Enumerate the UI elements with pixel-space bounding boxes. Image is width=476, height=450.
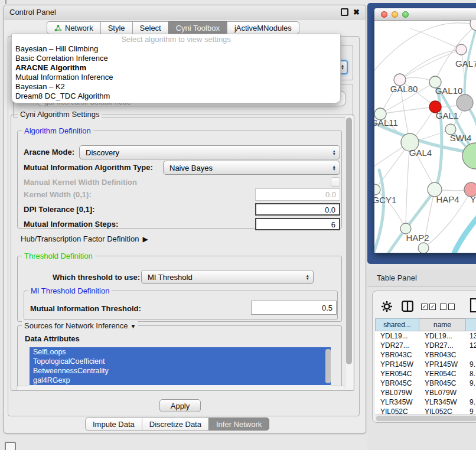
threshold-definition-group: Threshold Definition Which threshold to … [17,256,342,322]
aracne-mode-value: Discovery [86,148,119,157]
cell-name: YDL19... [419,331,467,341]
dropdown-item[interactable]: Bayesian – K2 [12,82,340,92]
control-panel-window: Control Panel Network Style Select Cyni … [4,5,366,433]
mac-close-icon[interactable] [381,11,387,18]
page-icon[interactable] [470,298,476,315]
checked-boxes-icon[interactable] [421,304,436,310]
node-label: HAP4 [436,194,459,204]
hub-factor-label: Hub/Transcription Factor Definition [21,234,139,243]
collapsed-panel-icon[interactable] [5,442,16,450]
dpi-tolerance-field[interactable]: 0.0 [255,203,340,216]
which-threshold-combo[interactable]: MI Threshold ▲▼ [141,270,314,284]
manual-kernel-checkbox[interactable] [331,177,340,187]
bottom-tab-item[interactable]: Infer Network [208,418,269,431]
network-window-titlebar [374,8,476,21]
bottom-tab-item[interactable]: Impute Data [85,418,142,431]
network-view-frame: GAL7 GAL80 GAL10 GAL1 GAL11 SWI4 GAL4 GC… [367,3,476,264]
table-column-header[interactable]: name [419,318,466,331]
list-scrollbar[interactable] [325,349,331,383]
mac-minimize-icon[interactable] [392,11,398,18]
table-row[interactable]: YPR145W YPR145W 9. [375,360,476,369]
algorithm-definition-legend: Algorithm Definition [22,126,93,135]
mi-type-label: Mutual Information Algorithm Type: [24,163,153,172]
scrollbar-thumb[interactable] [376,416,476,421]
node-gray[interactable] [457,94,473,111]
cell-value: 9 [467,407,476,414]
mac-zoom-icon[interactable] [402,11,409,18]
table-row[interactable]: YIL052C YIL052C 9 [375,407,476,414]
table-row[interactable]: YDR27... YDR27... 12 [375,341,476,350]
stepper-icon: ▲▼ [332,165,336,171]
attribute-list-item[interactable]: TopologicalCoefficient [30,357,331,366]
network-canvas[interactable]: GAL7 GAL80 GAL10 GAL1 GAL11 SWI4 GAL4 GC… [374,20,476,253]
sources-legend[interactable]: Sources for Network Inference [22,321,138,330]
data-attributes-list: SelfLoopsTopologicalCoefficientBetweenne… [30,347,331,386]
hub-factor-expander[interactable]: Hub/Transcription Factor Definition [21,234,148,243]
mi-type-combo[interactable]: Naive Bayes ▲▼ [163,161,340,175]
scrollbar-thumb[interactable] [346,118,352,364]
control-panel-titlebar: Control Panel [4,5,366,19]
column-view-icon[interactable] [402,301,413,314]
unchecked-box [440,304,446,310]
cell-value [467,388,476,397]
table-column-header[interactable]: shared... [375,318,419,331]
dropdown-item-label: Bayesian – Hill Climbing [15,44,98,53]
tab-label: jActiveMNodules [234,24,292,32]
dropdown-item[interactable]: Mutual Information Inference [12,73,340,82]
node-bottom[interactable] [418,243,429,253]
unchecked-boxes-icon[interactable] [440,304,455,310]
cyni-bottom-tabs: Impute Data Discretize Data Infer Networ… [85,418,269,431]
cell-value: 9. [467,360,476,369]
close-icon[interactable] [353,9,360,16]
mi-threshold-field[interactable]: 0.5 [251,301,337,315]
table-row[interactable]: YLR345W YLR345W 9. [375,397,476,407]
table-row[interactable]: YDL19... YDL19... 13 [375,331,476,341]
bottom-tab-label: Infer Network [216,420,262,429]
dropdown-item[interactable]: Bayesian – Hill Climbing [12,44,340,54]
node-unlabeled[interactable] [470,20,476,31]
attribute-name: TopologicalCoefficient [33,357,105,366]
tab-item[interactable]: Cyni Toolbox [168,21,227,34]
cell-shared-name: YLR345W [375,397,419,407]
table-row[interactable]: YBR045C YBR045C 9. [375,379,476,388]
stepper-icon: ▲▼ [306,274,309,280]
table-panel: shared...nameA YDL19... YDL19... 13 YDR2… [372,291,476,423]
checked-box [429,304,436,310]
kernel-width-field[interactable]: 0.0 [255,188,340,201]
table-panel-titlebar: Table Panel [367,269,476,287]
node-gal7[interactable] [456,44,467,55]
table-horizontal-scrollbar[interactable] [375,414,476,422]
attribute-list-item[interactable]: SelfLoops [30,347,331,357]
float-window-icon[interactable] [341,8,348,16]
mi-steps-field[interactable]: 6 [255,218,340,230]
bottom-tab-item[interactable]: Discretize Data [142,418,209,431]
tab-item[interactable]: jActiveMNodules [227,21,299,34]
table-row[interactable]: YBL079W YBL079W [375,388,476,397]
control-panel-title: Control Panel [4,8,56,17]
aracne-mode-combo[interactable]: Discovery ▲▼ [79,145,340,159]
dropdown-item[interactable]: Basic Correlation Inference [12,54,340,63]
divider-tick [5,0,6,4]
horizontal-scrollbar[interactable] [16,386,349,391]
attribute-list-item[interactable]: gal4RGexp [30,376,331,385]
dropdown-item[interactable]: Dream8 DC_TDC Algorithm [12,92,340,101]
apply-button[interactable]: Apply [159,399,201,412]
node-label: GAL10 [435,86,463,96]
node-label: GAL80 [390,84,418,94]
tab-item[interactable]: Style [100,21,133,34]
sources-legend-label: Sources for Network Inference [24,321,128,330]
table-row[interactable]: YBR043C YBR043C [375,350,476,360]
node-big-green[interactable] [462,143,476,169]
table-row[interactable]: YER054C YER054C 8. [375,369,476,379]
tab-item[interactable]: Select [132,21,169,34]
attribute-list-item[interactable]: BetweennessCentrality [30,366,331,376]
tab-label: Style [108,24,125,32]
cell-name: YLR345W [419,397,467,407]
table-column-header[interactable]: A [465,318,476,331]
dropdown-item[interactable]: ARACNE Algorithm [12,63,340,73]
settings-scrollbar[interactable] [345,116,353,390]
dropdown-items: Bayesian – Hill ClimbingBasic Correlatio… [12,44,340,101]
control-panel-tabs: Network Style Select Cyni Toolbox jActiv… [47,21,299,34]
gear-icon[interactable] [380,300,393,315]
tab-item[interactable]: Network [47,21,101,34]
